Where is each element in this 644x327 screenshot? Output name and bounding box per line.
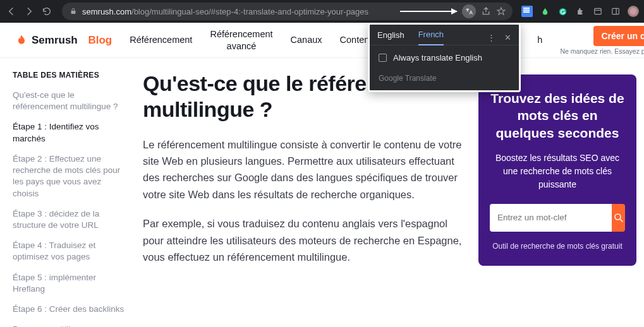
back-button[interactable]	[5, 5, 18, 18]
extension-icons	[521, 6, 639, 17]
promo-subtitle: Boostez les résultats SEO avec une reche…	[490, 152, 625, 191]
brand-suffix: Blog	[88, 34, 112, 47]
keyword-search-button[interactable]	[612, 204, 625, 232]
toc-item-0[interactable]: Qu'est-ce que le référencement multiling…	[13, 90, 128, 112]
translate-menu-icon[interactable]: ⋮	[487, 33, 495, 42]
header-subtext: Ne manquez rien. Essayez plus de 5	[560, 47, 644, 55]
translate-popup: English French ⋮ ✕ Always translate Engl…	[368, 23, 521, 92]
flame-icon	[15, 34, 28, 47]
share-icon[interactable]	[481, 6, 491, 16]
promo-footer: Outil de recherche de mots clés gratuit	[490, 242, 625, 251]
site-logo[interactable]: Semrush Blog	[15, 34, 112, 47]
promo-title: Trouvez des idées de mots clés en quelqu…	[490, 90, 625, 141]
svg-rect-4	[612, 8, 619, 14]
toc-item-6[interactable]: Étape 6 : Créer des backlinks	[13, 304, 128, 315]
nav-referencement-avance[interactable]: Référencement avancé	[210, 28, 272, 51]
article-paragraph-1: Le référencement multilingue consiste à …	[143, 136, 463, 203]
translate-close-icon[interactable]: ✕	[504, 33, 511, 42]
create-account-button[interactable]: Créer un compte gratuit	[593, 26, 644, 46]
always-translate-label: Always translate English	[393, 53, 482, 62]
toc-item-5[interactable]: Étape 5 : implémenter Hreflang	[13, 272, 128, 295]
annotation-arrow	[400, 11, 457, 12]
toc-item-4[interactable]: Étape 4 : Traduisez et optimisez vos pag…	[13, 240, 128, 263]
toc-item-7[interactable]: Devenez multilingue avec	[13, 324, 128, 327]
main-content: TABLE DES MATIÈRES Qu'est-ce que le réfé…	[0, 58, 644, 327]
ext-grammarly-icon[interactable]	[557, 6, 568, 17]
article-paragraph-2: Par exemple, si vous traduisez du conten…	[143, 215, 463, 265]
reload-button[interactable]	[40, 5, 53, 18]
site-header: Semrush Blog Référencement Référencement…	[0, 23, 644, 58]
toc-title: TABLE DES MATIÈRES	[13, 71, 128, 80]
lock-icon	[70, 8, 77, 15]
brand-name: Semrush	[32, 34, 78, 47]
nav-truncated[interactable]: h	[537, 34, 542, 45]
promo-search	[490, 204, 625, 232]
ext-panel-icon[interactable]	[610, 6, 621, 17]
always-translate-checkbox[interactable]	[379, 54, 387, 62]
profile-avatar[interactable]	[628, 6, 639, 17]
translate-footer: Google Translate	[370, 70, 519, 90]
translate-tab-english[interactable]: English	[377, 30, 404, 45]
svg-rect-0	[71, 11, 76, 14]
address-bar[interactable]: semrush.com/blog/multilingual-seo/#step-…	[62, 3, 513, 20]
ext-gdocs-icon[interactable]	[521, 6, 533, 17]
svg-line-7	[620, 219, 623, 222]
bookmark-star-icon[interactable]	[496, 6, 506, 16]
ext-droplet-icon[interactable]	[539, 6, 550, 17]
toc-item-2[interactable]: Étape 2 : Effectuez une recherche de mot…	[13, 153, 128, 199]
keyword-input[interactable]	[490, 204, 612, 232]
article: Qu'est-ce que le référencement multiling…	[143, 71, 463, 327]
search-icon	[613, 212, 624, 223]
ext-window-icon[interactable]	[592, 6, 604, 17]
table-of-contents: TABLE DES MATIÈRES Qu'est-ce que le réfé…	[13, 71, 128, 327]
toc-item-1[interactable]: Étape 1 : Identifiez vos marchés	[13, 121, 128, 144]
translate-tab-french[interactable]: French	[418, 30, 444, 45]
svg-rect-2	[595, 8, 602, 14]
translate-icon[interactable]	[462, 4, 476, 18]
toc-item-3[interactable]: Étape 3 : décidez de la structure de vot…	[13, 208, 128, 231]
browser-toolbar: semrush.com/blog/multilingual-seo/#step-…	[0, 0, 644, 23]
url-text: semrush.com/blog/multilingual-seo/#step-…	[82, 7, 368, 16]
svg-point-6	[615, 214, 621, 220]
forward-button[interactable]	[23, 5, 35, 18]
promo-card: Trouvez des idées de mots clés en quelqu…	[478, 74, 636, 266]
nav-canaux[interactable]: Canaux	[291, 34, 322, 45]
extensions-puzzle-icon[interactable]	[574, 6, 586, 17]
nav-referencement[interactable]: Référencement	[130, 34, 192, 45]
